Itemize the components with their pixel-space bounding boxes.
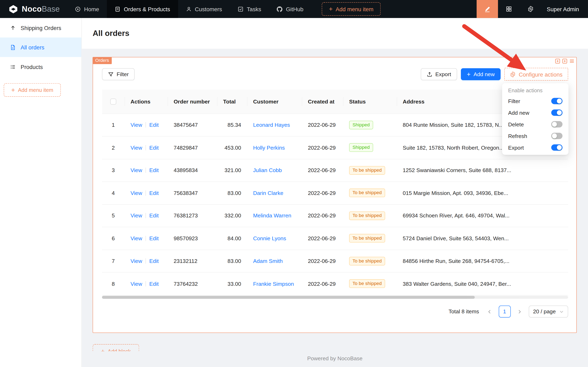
dropdown-item-export[interactable]: Export — [504, 142, 567, 153]
refresh-toggle[interactable] — [551, 133, 563, 139]
nav-item-github[interactable]: GitHub — [269, 0, 311, 18]
nav-add-menu-item-button[interactable]: + Add menu item — [322, 2, 381, 16]
customer-link[interactable]: Frankie Simpson — [253, 281, 294, 287]
order-number-cell: 75638347 — [168, 182, 217, 204]
view-link[interactable]: View — [130, 281, 142, 287]
appstore-grid-icon — [506, 6, 512, 12]
view-link[interactable]: View — [130, 258, 142, 264]
dropdown-header: Enable actions — [504, 85, 567, 95]
customer-link[interactable]: Holly Perkins — [253, 145, 285, 151]
created-at-cell: 2022-06-29 — [302, 227, 343, 250]
edit-link[interactable]: Edit — [149, 281, 159, 287]
pagination-next-button[interactable] — [513, 306, 526, 317]
add-new-button[interactable]: + Add new — [461, 68, 501, 80]
dropdown-item-refresh[interactable]: Refresh — [504, 130, 567, 142]
table-row: 6 ViewEdit 98570923 84.00 Connie Lyons 2… — [102, 227, 568, 250]
block-menu-icon[interactable] — [569, 58, 574, 64]
view-link[interactable]: View — [130, 235, 142, 241]
delete-toggle[interactable] — [551, 121, 563, 127]
nav-item-home[interactable]: Home — [67, 0, 107, 18]
plugin-manager-button[interactable] — [498, 0, 520, 18]
view-link[interactable]: View — [130, 213, 142, 219]
settings-button[interactable] — [520, 0, 542, 18]
export-button[interactable]: Export — [421, 68, 457, 80]
divider — [146, 167, 146, 173]
sidebar-item-all-orders[interactable]: All orders — [0, 38, 82, 57]
page-size-select[interactable]: 20 / page — [529, 306, 568, 317]
scrollbar-thumb[interactable] — [102, 296, 475, 299]
nav-item-customers[interactable]: Customers — [178, 0, 230, 18]
view-link[interactable]: View — [130, 122, 142, 128]
filter-funnel-icon — [108, 71, 114, 77]
horizontal-scrollbar[interactable] — [102, 296, 568, 299]
view-link[interactable]: View — [130, 167, 142, 173]
customer-link[interactable]: Julian Cobb — [253, 167, 282, 173]
pagination-page-1[interactable]: 1 — [499, 306, 511, 317]
user-menu[interactable]: Super Admin — [541, 6, 588, 12]
order-number-cell: 76381273 — [168, 204, 217, 227]
select-all-checkbox[interactable] — [110, 99, 116, 105]
configure-actions-button[interactable]: Configure actions — [504, 68, 568, 80]
total-cell: 321.00 — [217, 159, 247, 182]
total-cell: 453.00 — [217, 136, 247, 159]
row-index: 3 — [102, 159, 125, 182]
view-link[interactable]: View — [130, 145, 142, 151]
export-toggle[interactable] — [551, 144, 563, 151]
add-block-icon[interactable] — [562, 58, 567, 64]
order-number-cell: 98570923 — [168, 227, 217, 250]
nav-item-tasks[interactable]: Tasks — [230, 0, 269, 18]
view-link[interactable]: View — [130, 190, 142, 196]
dropdown-item-delete[interactable]: Delete — [504, 118, 567, 130]
nav-item-orders-products[interactable]: Orders & Products — [107, 0, 178, 18]
edit-link[interactable]: Edit — [149, 235, 159, 241]
edit-link[interactable]: Edit — [149, 145, 159, 151]
row-index: 2 — [102, 136, 125, 159]
add-new-toggle[interactable] — [551, 109, 563, 116]
edit-link[interactable]: Edit — [149, 167, 159, 173]
dropdown-item-label: Add new — [508, 110, 529, 116]
divider — [146, 259, 146, 264]
row-index: 1 — [102, 114, 125, 136]
sidebar-item-products[interactable]: Products — [0, 57, 82, 76]
order-number-cell: 23132112 — [168, 250, 217, 272]
main-area: All orders Orders Filter — [82, 18, 588, 367]
chevron-down-icon — [559, 309, 563, 314]
plus-icon: + — [11, 87, 15, 93]
customer-link[interactable]: Melinda Warren — [253, 213, 291, 219]
tasks-icon — [238, 6, 244, 12]
pagination-total: Total 8 items — [449, 309, 479, 315]
divider — [146, 236, 146, 241]
pagination-prev-button[interactable] — [483, 306, 496, 317]
column-header-order-number: Order number — [168, 90, 217, 114]
list-icon — [10, 64, 16, 70]
sidebar-add-menu-item-button[interactable]: + Add menu item — [4, 83, 61, 97]
table-toolbar: Filter Export + Add new Con — [102, 68, 568, 80]
customer-link[interactable]: Connie Lyons — [253, 235, 286, 241]
footer: Powered by NocoBase — [82, 355, 588, 361]
nav-item-label: Tasks — [247, 6, 261, 12]
insert-block-icon[interactable] — [555, 58, 560, 64]
nav-item-label: Home — [84, 6, 99, 12]
customer-link[interactable]: Darin Clarke — [253, 190, 283, 196]
edit-link[interactable]: Edit — [149, 258, 159, 264]
dropdown-item-filter[interactable]: Filter — [504, 95, 567, 107]
customer-link[interactable]: Adam Smith — [253, 258, 283, 264]
table-row: 2 ViewEdit 74829847 453.00 Holly Perkins… — [102, 136, 568, 159]
dropdown-item-add-new[interactable]: Add new — [504, 107, 567, 118]
filter-button[interactable]: Filter — [102, 68, 135, 80]
edit-link[interactable]: Edit — [149, 122, 159, 128]
sidebar-item-label: Shipping Orders — [21, 25, 61, 31]
status-badge: To be shipped — [349, 234, 385, 243]
customer-link[interactable]: Leonard Hayes — [253, 122, 290, 128]
block-tag[interactable]: Orders — [93, 57, 112, 64]
ui-editor-button[interactable] — [477, 0, 498, 18]
page-size-value: 20 / page — [533, 309, 556, 315]
edit-link[interactable]: Edit — [149, 190, 159, 196]
total-cell: 83.00 — [217, 182, 247, 204]
table-row: 3 ViewEdit 43895834 321.00 Julian Cobb 2… — [102, 159, 568, 182]
filter-toggle[interactable] — [551, 98, 563, 104]
sidebar-item-shipping-orders[interactable]: Shipping Orders — [0, 18, 82, 38]
nocobase-logo[interactable]: NocoBase — [0, 4, 67, 14]
add-block-button[interactable]: + Add block — [93, 344, 139, 351]
edit-link[interactable]: Edit — [149, 213, 159, 219]
